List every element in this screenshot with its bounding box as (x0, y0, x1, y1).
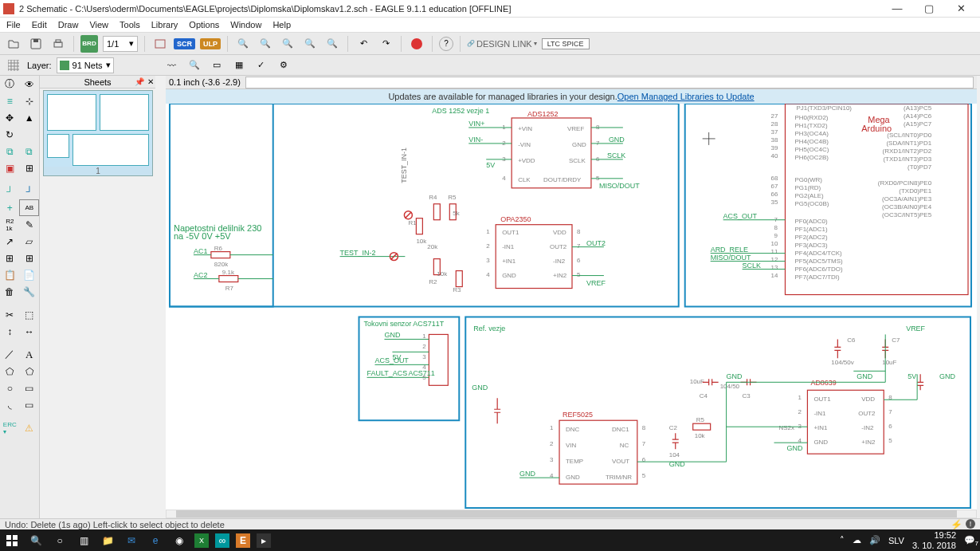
explorer-icon[interactable]: 📁 (99, 532, 116, 549)
close-button[interactable]: ✕ (945, 2, 977, 14)
miter-tool[interactable]: ▱ (20, 233, 40, 250)
frame-tool[interactable]: ▭ (20, 396, 40, 413)
gate-tool[interactable]: ⊞ (20, 159, 40, 176)
command-input[interactable] (245, 77, 974, 89)
brd-button[interactable]: BRD (80, 35, 98, 53)
notifications-icon[interactable]: 💬7 (964, 535, 975, 545)
undo-button[interactable]: ↶ (355, 35, 372, 53)
menu-options[interactable]: Options (189, 20, 219, 30)
line-tool[interactable]: ／ (0, 346, 20, 363)
mail-icon[interactable]: ✉ (123, 532, 140, 549)
group-tool2[interactable] (20, 126, 40, 143)
design-link[interactable]: 🔗DESIGN LINK ▾ (467, 39, 537, 49)
mark-tool[interactable]: ⊹ (20, 92, 40, 109)
net-tool[interactable]: ┘ (0, 183, 20, 199)
print-button[interactable] (49, 35, 67, 53)
junction-tool[interactable]: + (0, 199, 19, 216)
status-sync-icon[interactable]: ⚡ (951, 519, 962, 530)
change-tool[interactable]: 🔧 (20, 283, 40, 300)
circle-tool[interactable]: ○ (0, 380, 20, 396)
bus-tool[interactable]: ┘ (20, 183, 40, 199)
clock[interactable]: 19:52 3. 10. 2018 (912, 530, 956, 549)
zoom-fit-button[interactable]: 🔍 (234, 35, 252, 53)
close-panel-icon[interactable]: ✕ (147, 77, 154, 86)
horizontal-scrollbar[interactable] (166, 510, 977, 518)
redo-button[interactable]: ↷ (377, 35, 394, 53)
tool-settings[interactable]: ⚙ (275, 57, 292, 74)
minimize-button[interactable]: — (881, 2, 913, 14)
ltspice-button[interactable]: LTC SPICE (542, 38, 590, 49)
maximize-button[interactable]: ▢ (913, 2, 945, 14)
warn-tool[interactable]: ⚠ (20, 419, 40, 436)
stop-button[interactable] (408, 35, 425, 53)
sheet-thumbnail[interactable]: 1 (43, 90, 153, 176)
copy2-tool[interactable]: 📄 (20, 266, 40, 283)
tray-lang[interactable]: SLV (888, 536, 904, 545)
tray-up-icon[interactable]: ˄ (840, 535, 845, 545)
text-tool[interactable]: A (20, 346, 40, 363)
erc-tool[interactable]: ERC▾ (0, 419, 20, 436)
tray-cloud-icon[interactable]: ☁ (853, 535, 861, 545)
zoom-in-button[interactable]: 🔍 (257, 35, 274, 53)
dim-tool[interactable]: ↕ (0, 323, 20, 340)
menu-file[interactable]: File (6, 20, 21, 30)
taskview-button[interactable]: ▥ (75, 532, 92, 549)
value-tool[interactable]: R21k (0, 216, 20, 233)
menu-help[interactable]: Help (272, 20, 291, 30)
tool-wire-style[interactable]: 〰 (163, 57, 181, 74)
slice-tool[interactable]: ✂ (0, 306, 20, 323)
menu-window[interactable]: Window (230, 20, 261, 30)
zoom-select-button[interactable]: 🔍 (301, 35, 319, 53)
ulp-badge[interactable]: ULP (200, 38, 221, 49)
save-button[interactable] (27, 35, 45, 53)
menu-view[interactable]: View (89, 20, 108, 30)
schematic-canvas[interactable]: ADS 1252 vezje 1 Napetostni delilnik 230… (166, 104, 977, 510)
edge-icon[interactable]: e (147, 532, 164, 549)
move-tool[interactable]: ✥ (0, 109, 20, 126)
cortana-button[interactable]: ○ (51, 532, 69, 549)
group-tool[interactable]: ⬚ (20, 306, 40, 323)
menu-draw[interactable]: Draw (58, 20, 79, 30)
eagle-icon[interactable]: E (236, 533, 250, 548)
rotate-tool[interactable]: ↻ (0, 126, 20, 143)
label-tool[interactable]: AB (19, 199, 39, 216)
status-warn-icon[interactable]: ! (966, 519, 975, 529)
pin-icon[interactable]: 📌 (135, 77, 144, 86)
zoom-out-button[interactable]: 🔍 (279, 35, 296, 53)
arduino-icon[interactable]: ∞ (215, 533, 229, 548)
rect-tool[interactable]: ▭ (20, 380, 40, 396)
search-button[interactable]: 🔍 (27, 532, 45, 549)
menu-library[interactable]: Library (151, 20, 178, 30)
start-button[interactable] (3, 532, 21, 549)
terminal-icon[interactable]: ▸ (257, 533, 271, 548)
chrome-icon[interactable]: ◉ (171, 532, 188, 549)
replace-tool[interactable]: ⧉ (20, 143, 40, 159)
split-tool[interactable]: ↗ (0, 233, 20, 250)
arc-tool[interactable]: ◟ (0, 396, 20, 413)
paste-tool[interactable]: 📋 (0, 266, 20, 283)
info-tool[interactable]: ⓘ (0, 76, 20, 92)
copy-tool[interactable]: ⧉ (0, 143, 20, 159)
tool-area[interactable]: ▭ (208, 57, 225, 74)
poly-tool[interactable]: ⬠ (0, 363, 20, 380)
add-tool[interactable]: ▣ (0, 159, 20, 176)
menu-tools[interactable]: Tools (120, 20, 140, 30)
delete-tool[interactable]: 🗑 (0, 283, 20, 300)
page-combo[interactable]: 1/1▾ (103, 36, 138, 52)
layer-combo[interactable]: 91 Nets▾ (57, 57, 114, 73)
notice-link[interactable]: Open Managed Libraries to Update (617, 92, 755, 101)
library-button[interactable] (151, 35, 169, 53)
poly2-tool[interactable]: ⬠ (20, 363, 40, 380)
tool-mag[interactable]: 🔍 (186, 57, 203, 74)
scr-badge[interactable]: SCR (174, 38, 195, 49)
zoom-redraw-button[interactable]: 🔍 (323, 35, 341, 53)
layers-tool[interactable]: ≡ (0, 92, 20, 109)
tray-sound-icon[interactable]: 🔊 (869, 535, 880, 545)
excel-icon[interactable]: X (194, 533, 209, 548)
tool-erc[interactable]: ✓ (253, 57, 270, 74)
menu-edit[interactable]: Edit (32, 20, 47, 30)
smash-tool[interactable]: ⊞ (20, 250, 40, 266)
show-tool[interactable]: 👁 (20, 76, 40, 92)
name-tool[interactable]: ✎ (20, 216, 40, 233)
grid-button[interactable] (5, 57, 22, 74)
